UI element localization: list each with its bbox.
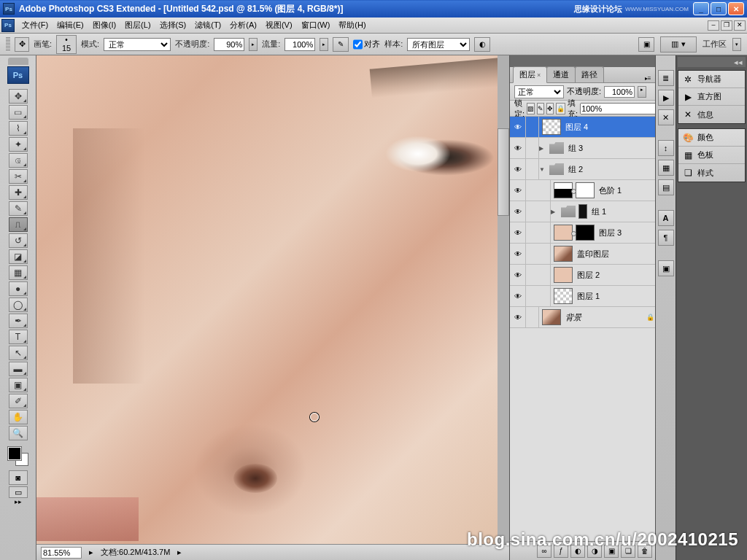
layer-blend-select[interactable]: 正常 <box>514 85 564 98</box>
bridge-button[interactable]: ▣ <box>638 37 654 52</box>
layer-row[interactable]: 👁图层 1 <box>510 286 655 307</box>
sample-select[interactable]: 所有图层 <box>407 38 470 51</box>
type-tool[interactable]: T <box>9 330 28 344</box>
disclosure-icon[interactable]: ▶ <box>539 145 546 152</box>
pen-tool[interactable]: ✒ <box>9 314 28 328</box>
menu-help[interactable]: 帮助(H) <box>334 18 370 32</box>
layer-thumb[interactable] <box>554 246 573 262</box>
layer-row[interactable]: 👁背景🔒 <box>510 307 655 328</box>
layer-name[interactable]: 图层 1 <box>576 291 655 302</box>
info-palette[interactable]: ✕信息 <box>678 106 745 123</box>
visibility-icon[interactable]: 👁 <box>510 201 526 222</box>
layer-name[interactable]: 色阶 1 <box>597 185 655 196</box>
marquee-tool[interactable]: ▭ <box>9 105 28 120</box>
document-canvas[interactable] <box>36 55 509 544</box>
dock-tools-icon[interactable]: ✕ <box>658 109 674 125</box>
layer-row[interactable]: 👁▼组 2 <box>510 159 655 180</box>
scrollbar-thumb[interactable] <box>498 128 509 216</box>
layer-thumb[interactable] <box>554 225 573 241</box>
tab-paths[interactable]: 路径 <box>575 66 604 82</box>
path-select-tool[interactable]: ↖ <box>9 346 28 360</box>
visibility-icon[interactable]: 👁 <box>510 307 526 327</box>
lock-all-button[interactable]: 🔒 <box>556 103 565 114</box>
palette-collapse-icon[interactable]: ◂◂ <box>678 57 746 67</box>
align-checkbox[interactable]: 对齐 <box>353 38 380 51</box>
hand-tool[interactable]: ✋ <box>9 410 28 424</box>
layer-row[interactable]: 👁盖印图层 <box>510 244 655 265</box>
eyedropper-tool[interactable]: ✐ <box>9 394 28 408</box>
panel-collapse-bar[interactable] <box>510 55 655 67</box>
color-palette[interactable]: 🎨颜色 <box>678 129 745 147</box>
maximize-button[interactable]: □ <box>711 2 727 15</box>
layer-name[interactable]: 组 1 <box>590 206 655 217</box>
layer-name[interactable]: 背景 <box>564 312 645 323</box>
eraser-tool[interactable]: ◪ <box>9 249 28 264</box>
layer-row[interactable]: 👁图层 2 <box>510 265 655 286</box>
layer-name[interactable]: 组 2 <box>567 164 655 175</box>
crop-tool[interactable]: ⟃ <box>9 153 28 168</box>
menu-layer[interactable]: 图层(L) <box>120 18 155 32</box>
zoom-tool[interactable]: 🔍 <box>9 426 28 440</box>
visibility-icon[interactable]: 👁 <box>510 117 526 137</box>
menu-window[interactable]: 窗口(W) <box>297 18 335 32</box>
dock-char-icon[interactable]: ↕ <box>658 140 674 156</box>
dock-clone-icon[interactable]: ▣ <box>658 260 674 276</box>
opacity-flyout[interactable]: ▸ <box>249 38 258 51</box>
layer-name[interactable]: 图层 2 <box>576 270 655 281</box>
status-menu-icon[interactable]: ▸ <box>177 548 182 557</box>
menu-view[interactable]: 视图(V) <box>261 18 297 32</box>
heal-tool[interactable]: ✚ <box>9 185 28 200</box>
visibility-icon[interactable]: 👁 <box>510 265 526 285</box>
blend-mode-select[interactable]: 正常 <box>104 38 171 51</box>
dock-para-icon[interactable]: ▦ <box>658 160 674 176</box>
layer-fx-button[interactable]: ƒ <box>554 545 568 558</box>
layer-name[interactable]: 组 3 <box>567 143 655 154</box>
new-group-button[interactable]: ▣ <box>604 545 619 558</box>
dock-history-icon[interactable]: ≣ <box>658 70 674 86</box>
styles-palette[interactable]: ❏样式 <box>678 164 745 182</box>
visibility-icon[interactable]: 👁 <box>510 138 526 158</box>
layer-name[interactable]: 盖印图层 <box>576 249 655 260</box>
layer-thumb[interactable] <box>554 267 573 283</box>
delete-layer-button[interactable]: 🗑 <box>638 545 652 558</box>
lock-trans-button[interactable]: ▨ <box>527 103 535 114</box>
toolbox-tab[interactable] <box>8 58 28 65</box>
move-tool[interactable]: ✥ <box>9 89 28 104</box>
visibility-icon[interactable]: 👁 <box>510 286 526 306</box>
layer-row[interactable]: 👁图层 3 <box>510 222 655 244</box>
ps-corner-icon[interactable]: Ps <box>1 19 15 32</box>
layer-name[interactable]: 图层 4 <box>564 122 655 133</box>
dock-actions-icon[interactable]: ▶ <box>658 90 674 106</box>
panel-menu-icon[interactable]: ▸≡ <box>643 74 652 82</box>
menu-filter[interactable]: 滤镜(T) <box>190 18 225 32</box>
layer-thumb[interactable] <box>554 182 573 198</box>
quickmask-button[interactable]: ◙ <box>9 470 28 485</box>
visibility-icon[interactable]: 👁 <box>510 222 526 243</box>
dodge-tool[interactable]: ◯ <box>9 298 28 312</box>
swatches-palette[interactable]: ▦色板 <box>678 147 745 164</box>
screenmode-button[interactable]: ▭ <box>9 486 28 498</box>
lasso-tool[interactable]: ⌇ <box>9 121 28 136</box>
layer-row[interactable]: 👁▶组 3 <box>510 138 655 159</box>
histogram-palette[interactable]: ▶直方图 <box>678 88 745 106</box>
layer-thumb[interactable] <box>542 119 561 135</box>
dock-brushes-icon[interactable]: ▤ <box>658 179 674 195</box>
layer-row[interactable]: 👁▶组 1 <box>510 201 655 222</box>
blur-tool[interactable]: ● <box>9 281 28 296</box>
flow-input[interactable] <box>285 38 315 51</box>
dock-pilcrow-icon[interactable]: ¶ <box>658 230 674 246</box>
grip-icon[interactable] <box>6 37 10 52</box>
history-brush-tool[interactable]: ↺ <box>9 233 28 248</box>
link-layers-button[interactable]: ∞ <box>537 545 551 558</box>
layer-thumb[interactable] <box>542 309 561 325</box>
wand-tool[interactable]: ✦ <box>9 137 28 152</box>
tab-layers[interactable]: 图层× <box>513 66 547 83</box>
new-layer-button[interactable]: ❏ <box>621 545 635 558</box>
menu-analyze[interactable]: 分析(A) <box>225 18 261 32</box>
lock-pixels-button[interactable]: ✎ <box>537 103 544 114</box>
brush-preset-picker[interactable]: 15 <box>56 35 77 54</box>
navigator-palette[interactable]: ✲导航器 <box>678 71 745 88</box>
zoom-input[interactable] <box>41 547 82 559</box>
menu-file[interactable]: 文件(F) <box>18 18 53 32</box>
shape-tool[interactable]: ▬ <box>9 362 28 376</box>
